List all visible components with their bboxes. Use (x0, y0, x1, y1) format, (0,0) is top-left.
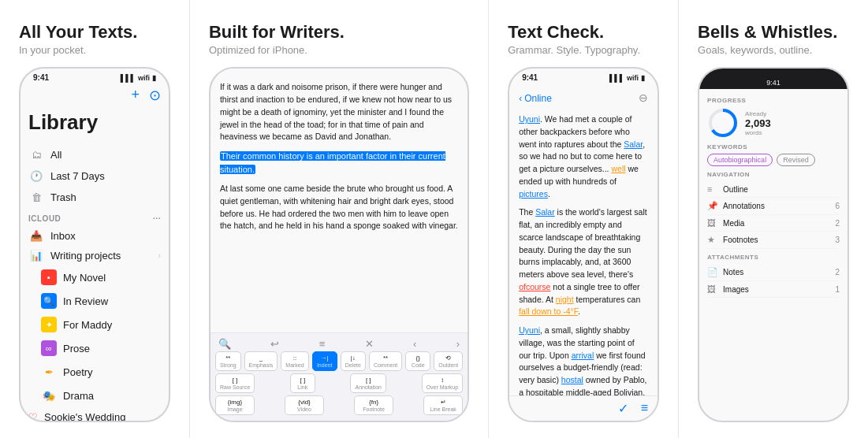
progress-already-label: Already (745, 110, 771, 117)
phone-frame-2: If it was a dark and noisome prison, if … (209, 67, 469, 422)
arrow-left-icon[interactable]: ‹ (413, 338, 416, 350)
align-icon[interactable]: ≡ (319, 338, 326, 350)
footnotes-count: 3 (835, 236, 840, 244)
lib-item-sookie[interactable]: ♡ Sookie's Wedding › (28, 407, 161, 421)
emphasis-icon: _ (259, 354, 263, 362)
add-icon[interactable]: + (131, 87, 140, 104)
nav-item-media[interactable]: 🖼 Media 2 (707, 215, 840, 232)
images-icon: 🖼 (707, 284, 718, 294)
code-button[interactable]: {} Code (405, 351, 430, 371)
strong-button[interactable]: ** Strong (215, 351, 241, 371)
writer-text-2: At last some one came beside the brute w… (220, 183, 458, 232)
uyuni-link-1[interactable]: Uyuni (519, 114, 540, 124)
marked-icon: :: (293, 354, 296, 362)
status-bar-3: 9:41 ▌▌▌ wifi ▮ (509, 69, 658, 84)
outdent-button[interactable]: ⟲ Outdent (434, 351, 463, 371)
hostal-link-1[interactable]: hostal (561, 375, 583, 384)
lib-item-trash[interactable]: 🗑 Trash (28, 187, 161, 208)
lib-label-all: All (50, 149, 61, 161)
panel4-title: Bells & Whistles. (698, 22, 849, 43)
progress-circle (707, 107, 739, 139)
ofcourse-link[interactable]: ofcourse (519, 282, 550, 291)
emphasis-label: Emphasis (249, 362, 274, 368)
linebreak-button[interactable]: ↵ Line Break (423, 395, 463, 415)
code-icon: {} (416, 354, 420, 362)
keywords-section-title: KEYWORDS (707, 143, 840, 150)
keyword-revised[interactable]: Revised (777, 154, 815, 166)
phone-top-dark: 9:41 (699, 69, 848, 89)
lib-subitem-poetry[interactable]: ✒ Poetry (28, 360, 161, 384)
search-toolbar-icon[interactable]: 🔍 (218, 338, 231, 350)
strong-label: Strong (220, 362, 237, 368)
well-link[interactable]: well (611, 164, 625, 173)
lib-item-last7[interactable]: 🕐 Last 7 Days (28, 165, 161, 187)
options-icon[interactable]: ⊖ (639, 90, 648, 107)
compose-icon[interactable]: ⊙ (149, 87, 161, 104)
trash-icon: 🗑 (28, 191, 44, 203)
outdent-icon: ⟲ (445, 354, 451, 362)
lib-subitem-prose[interactable]: ∞ Prose (28, 336, 161, 360)
wifi3-icon: wifi (627, 74, 639, 82)
link-icon: [ ] (300, 377, 305, 384)
comment-button[interactable]: ** Comment (369, 351, 402, 371)
writer-highlight: Their common history is an important fac… (220, 150, 458, 176)
library-content: + ⊙ Library 🗂 All 🕐 Last 7 Days 🗑 Trash … (20, 84, 169, 421)
overmarkup-icon: ↕ (441, 377, 444, 384)
arrival-link[interactable]: arrival (572, 351, 594, 360)
overmarkup-button[interactable]: ↕ Over Markup (422, 373, 463, 393)
tc-text-1: Uyuni. We had met a couple of other back… (519, 113, 648, 200)
comment-icon: ** (383, 354, 388, 362)
lib-subitem-formaddy[interactable]: ✦ For Maddy (28, 313, 161, 336)
video-button[interactable]: {vid} Video (285, 395, 324, 415)
lib-label-inbox: Inbox (50, 230, 76, 242)
back-button[interactable]: ‹ Online (519, 91, 552, 106)
emphasis-button[interactable]: _ Emphasis (244, 351, 278, 371)
link-label: Link (297, 384, 307, 390)
arrow-right-icon[interactable]: › (456, 338, 460, 350)
falldown-link[interactable]: fall down to -4°F (519, 306, 578, 316)
nav-item-footnotes[interactable]: ★ Footnotes 3 (707, 232, 840, 249)
lib-subitem-mynovel[interactable]: ▪ My Novel (28, 265, 161, 289)
panel3-title: Text Check. (508, 22, 659, 43)
pictures-link[interactable]: pictures (519, 189, 548, 199)
nav-item-annotations[interactable]: 📌 Annotations 6 (707, 198, 840, 215)
uyuni-link-2[interactable]: Uyuni (519, 325, 540, 335)
progress-count: 2,093 (745, 117, 771, 129)
writing-icon: 📊 (28, 250, 44, 262)
media-count: 2 (835, 219, 840, 228)
delete-button[interactable]: |↓ Delete (341, 351, 366, 371)
lib-item-inbox[interactable]: 📥 Inbox (28, 226, 161, 246)
attach-item-images[interactable]: 🖼 Images 1 (707, 281, 840, 298)
rawsource-button[interactable]: [ ] Raw Source (215, 373, 255, 393)
notes-count: 2 (835, 268, 840, 277)
lib-label-writing: Writing projects (50, 250, 121, 262)
marked-button[interactable]: :: Marked (281, 351, 308, 371)
lib-subitem-drama[interactable]: 🎭 Drama (28, 384, 161, 407)
salar-link-2[interactable]: Salar (535, 207, 555, 217)
lib-item-writing-projects[interactable]: 📊 Writing projects › (28, 246, 161, 265)
night-link[interactable]: night (556, 295, 574, 304)
checkmark-icon[interactable]: ✓ (618, 401, 628, 416)
list-icon[interactable]: ≡ (641, 401, 648, 416)
panel-bells-whistles: Bells & Whistles. Goals, keywords, outli… (679, 0, 868, 438)
lib-item-all[interactable]: 🗂 All (28, 144, 161, 165)
salar-link-1[interactable]: Salar (624, 139, 643, 149)
attach-item-notes[interactable]: 📄 Notes 2 (707, 264, 840, 281)
lib-subitem-inreview[interactable]: 🔍 In Review (28, 289, 161, 313)
image-button[interactable]: {img} Image (215, 395, 255, 415)
dismiss-icon[interactable]: ✕ (365, 338, 374, 350)
nav-item-outline[interactable]: ≡ Outline (707, 181, 840, 198)
battery-icon: ▮ (152, 74, 156, 82)
annotation-button[interactable]: [ ] Annotation (350, 373, 386, 393)
strong-icon: ** (225, 354, 230, 362)
linebreak-icon: ↵ (441, 399, 446, 406)
phone-frame-3: 9:41 ▌▌▌ wifi ▮ ‹ Online ⊖ Uyuni. We had… (508, 67, 659, 422)
link-button[interactable]: [ ] Link (290, 373, 315, 393)
status-icons-1: ▌▌▌ wifi ▮ (121, 74, 156, 82)
keyword-autobiographical[interactable]: Autobiographical (707, 154, 773, 166)
undo-icon[interactable]: ↩ (270, 338, 279, 350)
writer-content[interactable]: If it was a dark and noisome prison, if … (210, 75, 468, 332)
indent-button[interactable]: →| Indent (312, 351, 337, 371)
footnote-button[interactable]: {fn} Footnote (354, 395, 393, 415)
comment-label: Comment (374, 362, 397, 368)
